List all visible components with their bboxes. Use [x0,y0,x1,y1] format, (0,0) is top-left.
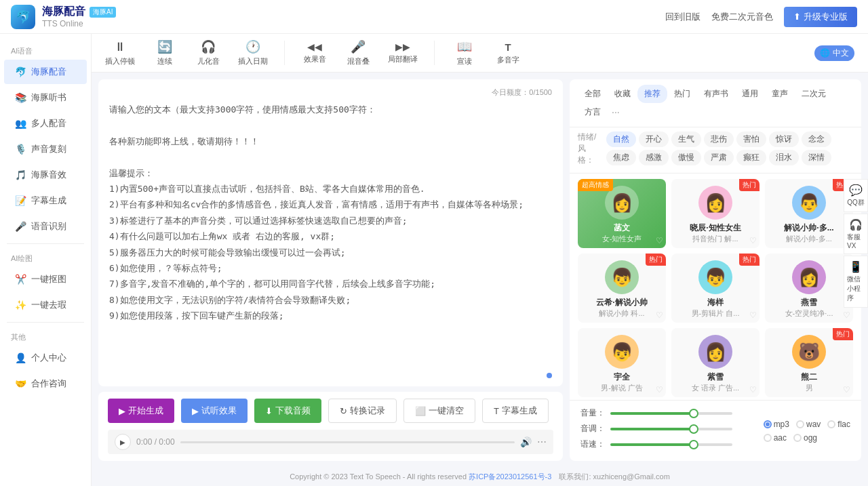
like-v9[interactable]: ♡ [843,385,850,394]
free-voice-button[interactable]: 免费二次元音色 [711,11,773,23]
emotion-tag-happy[interactable]: 开心 [639,131,669,147]
toolbar-connect[interactable]: 🔄 连续 [151,39,178,66]
voice-card-v4[interactable]: 热门 👦 云希·解说小帅 解说小帅 科... ♡ [578,254,666,323]
toolbar-effect[interactable]: ◀◀ 效果音 [301,41,328,64]
emotion-tag-deep[interactable]: 深情 [802,150,831,165]
sidebar-divider-2 [7,322,84,323]
upgrade-button[interactable]: ⬆ 升级专业版 [784,7,857,27]
format-flac[interactable]: flac [827,420,850,429]
emotion-tag-surprise[interactable]: 惊讶 [769,131,799,147]
generate-button[interactable]: ▶ 开始生成 [108,399,174,423]
voice-tab-collect[interactable]: 收藏 [608,85,637,103]
sidebar-item-contact[interactable]: 🤝 合作咨询 [4,371,87,396]
toolbar-translate[interactable]: ▶▶ 局部翻译 [388,41,418,64]
bottom-bar: ▶ 开始生成 ▶ 试听效果 ⬇ 下载音频 ↻ 转 [98,392,563,461]
toolbar-multi-tone[interactable]: T 多音字 [494,41,521,65]
audio-progress-bar[interactable] [180,441,515,443]
sidebar-item-sketch[interactable]: ✂️ 一键抠图 [4,267,87,291]
voice-card-v5[interactable]: 热门 👦 海样 男-剪辑片 自... ♡ [671,254,760,323]
play-button[interactable]: ▶ [115,434,131,450]
toolbar-mix[interactable]: 🎤 混音叠 [344,39,372,66]
multi-icon: 👥 [15,118,26,129]
volume-slider[interactable] [610,412,732,415]
voice-card-v2[interactable]: 热门 👩 晓辰·知性女生 抖音热门 解... ♡ [671,179,760,248]
profile-icon: 👤 [15,352,26,363]
toolbar-read[interactable]: 📖 宣读 [451,39,478,66]
like-v6[interactable]: ♡ [843,310,850,320]
emotion-tag-irritate[interactable]: 焦虑 [606,150,636,165]
sidebar-item-tts[interactable]: 🐬 海豚配音 [4,60,87,84]
formats-col: mp3 wav flac [764,407,850,454]
emotion-tag-think[interactable]: 念念 [802,131,831,147]
emotion-tag-lively[interactable]: 生气 [671,131,701,147]
format-wav[interactable]: wav [796,420,821,429]
like-v5[interactable]: ♡ [749,310,757,320]
desc-v3: 解说小帅-多... [786,234,832,244]
voice-tab-recommend[interactable]: 推荐 [637,85,667,103]
voice-tab-general[interactable]: 通用 [735,85,765,103]
sidebar-item-subtitle[interactable]: 📝 字幕生成 [4,188,87,213]
footer-icp[interactable]: 苏ICP备2023012561号-3 [469,472,551,481]
format-mp3[interactable]: mp3 [764,420,789,429]
emotion-tag-crazy[interactable]: 癫狂 [736,150,766,165]
sidebar-item-multi[interactable]: 👥 多人配音 [4,111,87,136]
like-v4[interactable]: ♡ [656,310,663,320]
voice-card-v3[interactable]: 热门 👨 解说小帅·多... 解说小帅-多... ♡ [765,179,853,248]
toolbar-insert-pause[interactable]: ⏸ 插入停顿 [105,40,135,66]
toolbar-insert-date[interactable]: 🕐 插入日期 [238,39,268,66]
emotion-tag-fear[interactable]: 害怕 [736,131,766,147]
avatar-v4: 👦 [605,260,639,294]
volume-icon[interactable]: 🔊 [520,437,532,447]
emotion-tag-strict[interactable]: 严肃 [704,150,734,165]
speed-slider[interactable] [610,443,732,446]
sidebar-item-recognize[interactable]: 🎤 语音识别 [4,214,87,239]
emotion-tag-natural[interactable]: 自然 [606,131,636,147]
sidebar-item-effect[interactable]: 🎵 海豚音效 [4,163,87,187]
emotion-tag-excited[interactable]: 感激 [639,150,669,165]
download-button[interactable]: ⬇ 下载音频 [254,399,321,423]
subtitle-button[interactable]: T 字幕生成 [482,399,549,423]
old-version-button[interactable]: 回到旧版 [665,11,701,23]
emotion-tag-sad[interactable]: 悲伤 [704,131,734,147]
insert-date-icon: 🕐 [245,39,260,54]
like-v7[interactable]: ♡ [656,385,663,394]
kefu-button[interactable]: 🎧 客服VX [844,214,868,254]
more-icon[interactable]: ⋯ [537,437,547,447]
sidebar-item-profile[interactable]: 👤 个人中心 [4,346,87,370]
qq-button[interactable]: 💬 QQ群 [844,179,868,212]
sidebar-item-erase[interactable]: ✨ 一键去瑕 [4,293,87,317]
emotion-tag-tearful[interactable]: 泪水 [769,150,799,165]
sidebar-item-clone[interactable]: 🎙️ 声音复刻 [4,137,87,161]
toolbar-child-tone[interactable]: 🎧 儿化音 [195,39,222,66]
like-v1[interactable]: ♡ [656,236,663,245]
editor-textarea[interactable]: 请输入您的文本（最大支持3000字符，使用情感最大支持500字符： 各种新功能即… [109,102,552,365]
like-v2[interactable]: ♡ [749,236,757,245]
voice-card-v6[interactable]: 👩 燕雪 女-空灵纯净·... ♡ [765,254,853,323]
voice-tab-hot[interactable]: 热门 [667,85,697,103]
voice-card-v1[interactable]: 超高情感 👩 菡文 女-知性女声 ♡ [578,179,666,248]
emotion-tag-proud[interactable]: 傲慢 [671,150,701,165]
voice-tab-child[interactable]: 童声 [765,85,795,103]
aac-label: aac [774,433,787,443]
like-v8[interactable]: ♡ [749,385,757,394]
format-aac[interactable]: aac [764,433,787,443]
pitch-slider[interactable] [610,428,732,430]
voice-tab-all[interactable]: 全部 [578,85,608,103]
voice-card-v8[interactable]: 👩 紫雪 女 语录 广告... ♡ [671,328,760,397]
voice-tab-2d[interactable]: 二次元 [795,85,833,103]
voice-card-v9[interactable]: 热门 🐻 熊二 男 ♡ [765,328,853,397]
voice-tab-audiobook[interactable]: 有声书 [697,85,735,103]
lang-toggle[interactable]: 🌐 中文 [814,45,854,61]
insert-pause-icon: ⏸ [114,40,126,54]
clear-button[interactable]: ⬜ 一键清空 [403,399,475,423]
convert-button[interactable]: ↻ 转换记录 [328,399,397,423]
mini-button[interactable]: 📱 微信小程序 [844,256,868,308]
format-ogg[interactable]: ogg [793,433,817,443]
voice-grid-container[interactable]: 超高情感 👩 菡文 女-知性女声 ♡ 热门 [570,174,861,400]
preview-button[interactable]: ▶ 试听效果 [181,399,248,423]
voice-card-v7[interactable]: 👦 宇全 男-解说 广告 ♡ [578,328,666,397]
voice-tab-more[interactable]: ··· [608,103,624,121]
insert-pause-label: 插入停顿 [105,56,135,66]
sidebar-item-listen[interactable]: 📚 海豚听书 [4,85,87,110]
voice-tab-square[interactable]: 方言 [578,103,608,121]
